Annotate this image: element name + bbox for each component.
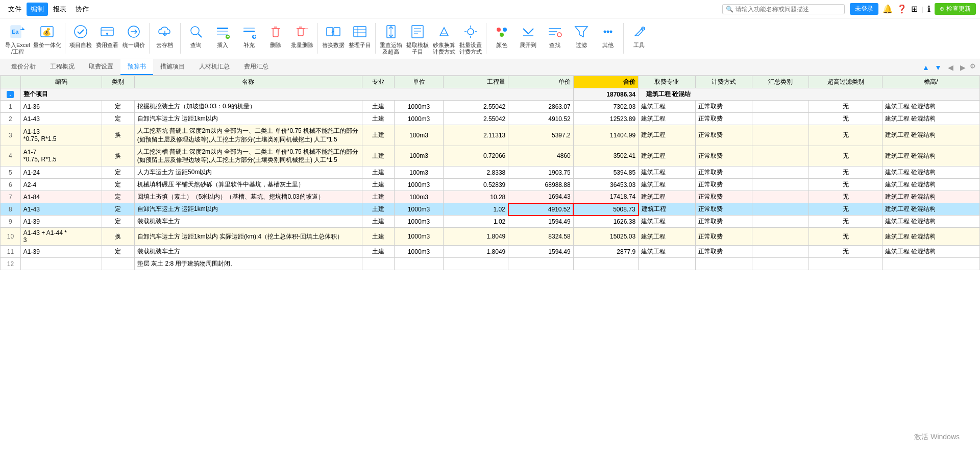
menu-report[interactable]: 报表 [49,3,70,16]
toolbar-price-adjust[interactable]: 统一调价 [121,20,146,51]
tab-labor-material[interactable]: 人材机汇总 [192,59,237,75]
self-check-icon [71,22,90,41]
menu-collab[interactable]: 协作 [71,3,93,16]
supplement-label: 补充 [243,42,255,49]
table-row[interactable]: 6 A2-4 定 机械填料碾压 平铺天然砂砾（算里软件中基坑，基槽灰土里） 土建… [1,179,980,191]
info-icon[interactable]: ℹ [927,4,930,14]
delete-icon [266,22,285,41]
table-row[interactable]: 4 A1-7 *0.75, R*1.5 换 人工挖沟槽 普硬土 深度2m以内 全… [1,146,980,166]
toolbar-find[interactable]: 查找 [542,20,568,51]
menu-file[interactable]: 文件 [4,3,26,16]
toolbar-tools[interactable]: 工具 [626,20,652,51]
toolbar-expand-to[interactable]: 展开到 [516,20,541,51]
cell-qty-3: 2.11313 [443,125,508,146]
supplement-icon: + [240,22,258,41]
toolbar-other[interactable]: 其他 [595,20,621,51]
table-row[interactable]: 1 A1-36 定 挖掘机挖装土方（加坡道0.03：0.9的机量） 土建 100… [1,101,980,113]
toolbar-extract-template[interactable]: 提取模板子目 [405,20,430,57]
login-button[interactable]: 未登录 [850,3,878,15]
tab-down-arrow[interactable]: ▼ [933,62,943,73]
table-row[interactable]: 3 A1-13 *0.75, R*1.5 换 人工挖基坑 普硬土 深度2m以内 … [1,125,980,146]
svg-rect-26 [334,28,340,36]
query-icon [187,22,205,41]
help-icon[interactable]: ❓ [897,4,907,14]
cell-price-12 [508,258,573,270]
table-row[interactable]: 8 A1-43 定 自卸汽车运土方 运距1km以内 土建 1000m3 1.02… [1,203,980,216]
toolbar-batch-delete[interactable]: 批量删除 [289,20,315,51]
toolbar-vertical-transport[interactable]: 垂直运输及超高 [378,20,404,57]
cell-filter-6: 无 [809,179,882,191]
tab-cost-analysis[interactable]: 造价分析 [4,59,43,75]
tab-measures[interactable]: 措施项目 [153,59,192,75]
cell-extra-9: 建筑工程 砼混结构 [882,216,979,228]
toolbar-replace-data[interactable]: 替换数据 [321,20,346,51]
toolbar-organize[interactable]: 整理子目 [347,20,373,51]
toolbar-color[interactable]: 颜色 [489,20,514,51]
mortar-calc-label: 砂浆换算计费方式 [433,42,455,55]
table-row[interactable]: 5 A1-24 定 人力车运土方 运距50m以内 土建 100m3 2.8338… [1,166,980,179]
toolbar-self-check[interactable]: 项目自检 [68,20,93,51]
row-num-7: 7 [1,191,21,203]
svg-point-12 [191,27,199,35]
price-adjust-label: 统一调价 [122,42,145,49]
svg-point-5 [75,26,87,38]
organize-label: 整理子目 [349,42,371,49]
check-update-button[interactable]: ⊕ 检查更新 [935,3,976,15]
tab-fee-summary[interactable]: 费用汇总 [237,59,276,75]
cell-code-7: A1-84 [20,191,102,203]
notification-icon[interactable]: 🔔 [883,4,893,14]
settings-icon[interactable]: ⚙ [970,62,976,73]
svg-rect-25 [327,28,333,36]
tab-left-arrow[interactable]: ◀ [945,62,955,73]
toolbar-delete[interactable]: 删除 [263,20,288,51]
toolbar-supplement[interactable]: + 补充 [236,20,262,51]
cell-price-3: 5397.2 [508,125,573,146]
tab-right-arrow[interactable]: ▶ [958,62,968,73]
table-row[interactable]: 10 A1-43 + A1-44 * 3 换 自卸汽车运土方 运距1km以内 实… [1,228,980,246]
tab-budget-book[interactable]: 预算书 [120,59,153,75]
svg-rect-28 [354,27,366,37]
cell-fee-7: 建筑工程 [639,191,695,203]
cell-qty-8: 1.02 [443,203,508,216]
top-right-area: 未登录 🔔 ❓ ⊞ | ℹ ⊕ 检查更新 [850,3,976,15]
cell-unit-10: 1000m3 [395,228,444,246]
table-row[interactable]: 2 A1-43 定 自卸汽车运土方 运距1km以内 土建 1000m3 2.55… [1,113,980,125]
svg-text:💰: 💰 [42,28,52,36]
main-table-container: 编码 类别 名称 专业 单位 工程量 单价 合价 取费专业 计费方式 汇总类别 … [0,76,980,452]
apps-icon[interactable]: ⊞ [911,4,918,14]
cell-code-3: A1-13 *0.75, R*1.5 [20,125,102,146]
cell-unit-6: 1000m3 [395,179,444,191]
vertical-transport-icon [382,22,400,41]
col-header-fee-spec: 取费专业 [639,76,695,88]
tab-project-overview[interactable]: 工程概况 [43,59,82,75]
budget-table: 编码 类别 名称 专业 单位 工程量 单价 合价 取费专业 计费方式 汇总类别 … [0,76,980,270]
cell-method-2: 正常取费 [695,113,752,125]
table-row[interactable]: 7 A1-84 定 回填土夯填（素土）（5米以内）（基槽、墓坑、挖坑槽0.03的… [1,191,980,203]
table-row[interactable]: 12 垫层 灰土 2:8 用于建筑物周围封闭、 [1,258,980,270]
table-row[interactable]: 11 A1-39 定 装载机装车土方 土建 1000m3 1.8049 1594… [1,246,980,258]
menu-edit[interactable]: 编制 [27,3,48,16]
tab-up-arrow[interactable]: ▲ [921,62,931,73]
cell-summary-7 [752,191,809,203]
cell-fee-2: 建筑工程 [639,113,695,125]
toolbar-query[interactable]: 查询 [183,20,209,51]
toolbar-insert[interactable]: + 插入 [210,20,235,51]
cell-fee-5: 建筑工程 [639,166,695,179]
toolbar-price-integrate[interactable]: 💰 量价一体化 [32,20,62,51]
search-input[interactable] [736,6,841,13]
cell-method-4: 正常取费 [695,146,752,166]
toolbar-batch-set[interactable]: 批量设置计费方式 [458,20,483,57]
tab-fee-settings[interactable]: 取费设置 [82,59,120,75]
toolbar-filter[interactable]: 过滤 [569,20,594,51]
svg-rect-20 [243,31,255,32]
cell-name-8: 自卸汽车运土方 运距1km以内 [134,203,362,216]
search-box[interactable]: 🔍 [722,4,845,14]
summary-minus[interactable]: - [1,88,21,101]
table-row[interactable]: 9 A1-39 定 装载机装车土方 土建 1000m3 1.02 1594.49… [1,216,980,228]
toolbar-cloud-save[interactable]: 云存档 [152,20,178,51]
toolbar-import-excel[interactable]: Ea 导入Excel/工程 [4,20,31,57]
cell-fee-10: 建筑工程 [639,228,695,246]
toolbar-mortar-calc[interactable]: 砂浆换算计费方式 [431,20,457,57]
cell-extra-3: 建筑工程 砼混结构 [882,125,979,146]
toolbar-fee-view[interactable]: 费用查看 [94,20,120,51]
